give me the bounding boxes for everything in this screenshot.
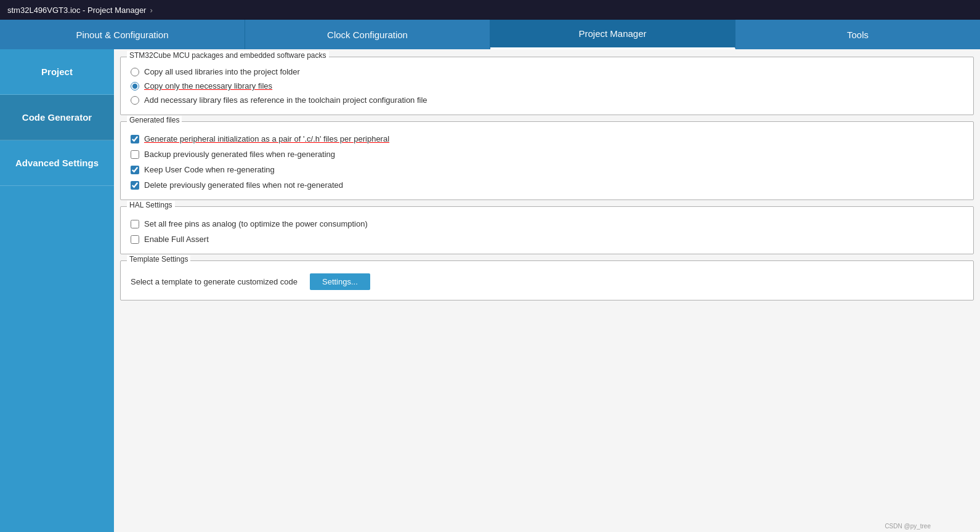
cb-set-analog-input[interactable]	[131, 220, 139, 228]
sidebar-item-code-generator[interactable]: Code Generator	[0, 95, 114, 140]
settings-button[interactable]: Settings...	[310, 273, 370, 290]
cb-delete-files[interactable]: Delete previously generated files when n…	[131, 180, 963, 190]
main-layout: Project Code Generator Advanced Settings…	[0, 49, 980, 532]
mcu-packages-section: STM32Cube MCU packages and embedded soft…	[120, 57, 974, 115]
template-settings-section: Template Settings Select a template to g…	[120, 260, 974, 300]
radio-copy-necessary[interactable]: Copy only the necessary library files	[131, 81, 963, 91]
template-settings-content: Select a template to generate customized…	[131, 273, 963, 290]
sidebar-item-advanced-settings[interactable]: Advanced Settings	[0, 140, 114, 186]
mcu-packages-options: Copy all used libraries into the project…	[131, 67, 963, 105]
cb-enable-assert-input[interactable]	[131, 235, 139, 244]
tab-navigation: Pinout & Configuration Clock Configurati…	[0, 20, 980, 49]
tab-pinout[interactable]: Pinout & Configuration	[0, 20, 245, 49]
cb-keep-user-code[interactable]: Keep User Code when re-generating	[131, 165, 963, 174]
radio-copy-all[interactable]: Copy all used libraries into the project…	[131, 67, 963, 76]
radio-copy-necessary-input[interactable]	[131, 82, 139, 91]
hal-settings-title: HAL Settings	[127, 201, 175, 209]
sidebar: Project Code Generator Advanced Settings	[0, 49, 114, 532]
template-select-label: Select a template to generate customized…	[131, 277, 298, 286]
generated-files-options: Generate peripheral initialization as a …	[131, 134, 963, 190]
cb-delete-files-input[interactable]	[131, 181, 139, 190]
cb-enable-assert[interactable]: Enable Full Assert	[131, 235, 963, 244]
hal-settings-section: HAL Settings Set all free pins as analog…	[120, 206, 974, 254]
watermark: CSDN @py_tree	[885, 523, 931, 530]
generated-files-title: Generated files	[127, 116, 182, 124]
title-text: stm32L496VGT3.ioc - Project Manager	[7, 6, 146, 15]
cb-set-analog[interactable]: Set all free pins as analog (to optimize…	[131, 219, 963, 228]
cb-backup-files[interactable]: Backup previously generated files when r…	[131, 150, 963, 159]
tab-clock[interactable]: Clock Configuration	[245, 20, 490, 49]
radio-add-reference[interactable]: Add necessary library files as reference…	[131, 95, 963, 105]
tab-project-manager[interactable]: Project Manager	[490, 20, 735, 49]
radio-copy-all-input[interactable]	[131, 68, 139, 76]
cb-gen-peripheral-input[interactable]	[131, 135, 139, 143]
mcu-packages-title: STM32Cube MCU packages and embedded soft…	[127, 51, 329, 60]
sidebar-item-project[interactable]: Project	[0, 49, 114, 95]
hal-settings-options: Set all free pins as analog (to optimize…	[131, 219, 963, 244]
title-bar: stm32L496VGT3.ioc - Project Manager ›	[0, 0, 980, 20]
cb-gen-peripheral[interactable]: Generate peripheral initialization as a …	[131, 134, 963, 143]
cb-backup-files-input[interactable]	[131, 150, 139, 159]
template-settings-title: Template Settings	[127, 255, 190, 264]
radio-add-reference-input[interactable]	[131, 96, 139, 105]
generated-files-section: Generated files Generate peripheral init…	[120, 121, 974, 200]
tab-tools[interactable]: Tools	[735, 20, 980, 49]
cb-keep-user-code-input[interactable]	[131, 166, 139, 174]
content-area: STM32Cube MCU packages and embedded soft…	[114, 49, 980, 532]
title-chevron: ›	[150, 6, 152, 15]
